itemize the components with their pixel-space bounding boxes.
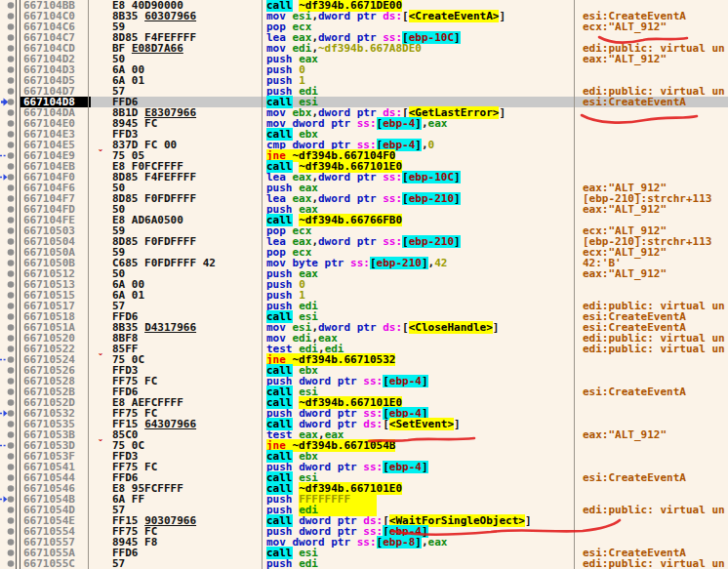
breakpoint-dot[interactable]	[8, 174, 15, 181]
row-gutter	[0, 225, 20, 236]
breakpoint-dot[interactable]	[8, 378, 15, 385]
disasm-row[interactable]: 6671051250push eaxeax:"ALT_912"	[0, 268, 728, 279]
breakpoint-dot[interactable]	[8, 528, 15, 535]
breakpoint-dot[interactable]	[8, 142, 15, 148]
breakpoint-dot[interactable]	[8, 131, 15, 138]
breakpoint-dot[interactable]	[8, 442, 15, 449]
comment-cell: esi:CreateEventA	[583, 386, 686, 397]
row-gutter	[0, 268, 20, 279]
jump-taken-indicator: ˇ	[98, 439, 103, 450]
comment-cell: eax:"ALT_912"	[583, 54, 667, 64]
comment-cell: esi:CreateEventA	[583, 472, 686, 483]
row-gutter	[0, 344, 20, 354]
breakpoint-dot[interactable]	[8, 238, 15, 245]
breakpoint-dot[interactable]	[8, 77, 15, 84]
disasm-row[interactable]: 667104D36A 00push 0	[0, 64, 728, 75]
breakpoint-dot[interactable]	[8, 560, 15, 567]
breakpoint-dot[interactable]	[8, 345, 15, 352]
breakpoint-dot[interactable]	[8, 120, 15, 127]
breakpoint-dot[interactable]	[8, 249, 15, 256]
disasm-row[interactable]: 6671053Dˇ75 0Cjne ~df394b.6671054B	[0, 440, 728, 451]
row-gutter	[0, 483, 20, 494]
breakpoint-dot[interactable]	[8, 260, 15, 266]
breakpoint-dot[interactable]	[8, 152, 15, 159]
breakpoint-dot[interactable]	[8, 324, 15, 331]
breakpoint-dot[interactable]	[8, 539, 15, 546]
breakpoint-dot[interactable]	[8, 399, 15, 406]
row-gutter	[0, 419, 20, 429]
breakpoint-dot[interactable]	[8, 56, 15, 62]
disasm-row[interactable]: 667105136A 00push 0	[0, 279, 728, 290]
row-gutter	[0, 365, 20, 376]
row-gutter	[0, 258, 20, 268]
jump-target-arrow-icon	[4, 410, 8, 416]
breakpoint-dot[interactable]	[8, 163, 15, 170]
breakpoint-dot[interactable]	[8, 45, 15, 52]
breakpoint-dot[interactable]	[8, 303, 15, 309]
breakpoint-dot[interactable]	[8, 99, 15, 105]
breakpoint-dot[interactable]	[8, 464, 15, 470]
breakpoint-dot[interactable]	[8, 184, 15, 191]
breakpoint-dot[interactable]	[8, 2, 15, 9]
breakpoint-dot[interactable]	[8, 206, 15, 213]
disasm-column-divider[interactable]	[574, 0, 575, 569]
row-gutter	[0, 247, 20, 258]
breakpoint-dot[interactable]	[8, 474, 15, 481]
row-gutter	[0, 43, 20, 54]
breakpoint-dot[interactable]	[8, 88, 15, 95]
breakpoint-dot[interactable]	[8, 270, 15, 277]
breakpoint-dot[interactable]	[8, 549, 15, 556]
address-column-divider[interactable]	[88, 0, 89, 569]
breakpoint-dot[interactable]	[8, 34, 15, 41]
breakpoint-dot[interactable]	[8, 421, 15, 427]
row-gutter	[0, 215, 20, 225]
breakpoint-dot[interactable]	[8, 453, 15, 460]
row-gutter	[0, 333, 20, 344]
breakpoint-dot[interactable]	[8, 66, 15, 73]
comment-cell: ecx:"ALT_912"	[583, 21, 667, 32]
row-gutter	[0, 193, 20, 204]
row-gutter	[0, 129, 20, 140]
row-gutter	[0, 494, 20, 505]
bytes-column-divider[interactable]	[262, 0, 263, 569]
breakpoint-dot[interactable]	[8, 335, 15, 342]
row-gutter	[0, 526, 20, 537]
breakpoint-dot[interactable]	[8, 23, 15, 30]
breakpoint-dot[interactable]	[8, 410, 15, 417]
breakpoint-dot[interactable]	[8, 313, 15, 320]
breakpoint-dot[interactable]	[8, 356, 15, 363]
row-gutter	[0, 204, 20, 215]
comment-cell: edi:public: virtual un	[583, 558, 725, 569]
breakpoint-dot[interactable]	[8, 292, 15, 299]
row-gutter	[0, 32, 20, 43]
breakpoint-dot[interactable]	[8, 13, 15, 20]
breakpoint-dot[interactable]	[8, 485, 15, 492]
row-gutter	[0, 408, 20, 419]
row-gutter	[0, 472, 20, 483]
breakpoint-dot[interactable]	[8, 507, 15, 513]
disasm-row[interactable]: 66710524ˇ75 0Cjne ~df394b.66710532	[0, 354, 728, 365]
comment-cell: eax:"ALT_912"	[583, 429, 667, 440]
bytes-cell: C685 F0FDFFFF 42	[112, 258, 216, 268]
row-gutter	[0, 386, 20, 397]
row-gutter	[0, 505, 20, 515]
breakpoint-dot[interactable]	[8, 227, 15, 234]
gutter-divider-2	[20, 0, 20, 569]
disasm-row[interactable]: 667104D250push eaxeax:"ALT_912"	[0, 54, 728, 64]
disasm-row[interactable]: 667104E08945 FCmov dword ptr ss:[ebp-4],…	[0, 118, 728, 129]
breakpoint-dot[interactable]	[8, 217, 15, 224]
asm-token: edi	[299, 557, 318, 569]
breakpoint-dot[interactable]	[8, 388, 15, 395]
row-gutter	[0, 64, 20, 75]
disasm-row[interactable]: 6671055C57push ediedi:public: virtual un	[0, 558, 728, 569]
breakpoint-dot[interactable]	[8, 109, 15, 116]
breakpoint-dot[interactable]	[8, 517, 15, 524]
breakpoint-dot[interactable]	[8, 195, 15, 202]
bytes-cell: 57	[112, 558, 125, 569]
breakpoint-dot[interactable]	[8, 281, 15, 288]
breakpoint-dot[interactable]	[8, 367, 15, 374]
breakpoint-dot[interactable]	[8, 496, 15, 503]
row-gutter	[0, 21, 20, 32]
breakpoint-dot[interactable]	[8, 431, 15, 438]
byte-token: 57	[112, 557, 125, 569]
